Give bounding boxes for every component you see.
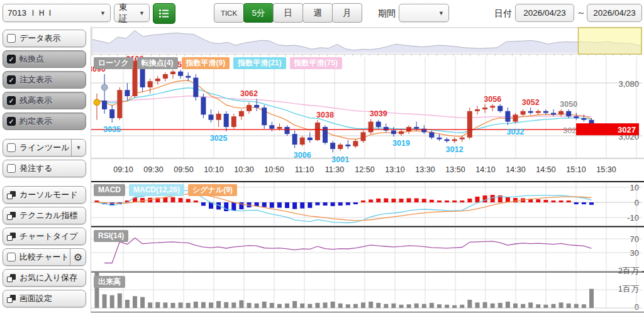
svg-text:70: 70 bbox=[630, 234, 639, 244]
sidebar-item-compare-chart[interactable]: 比較チャート⚙ bbox=[3, 248, 86, 266]
navigator-strip bbox=[92, 28, 641, 57]
svg-text:2百万: 2百万 bbox=[618, 266, 639, 275]
svg-text:3038: 3038 bbox=[316, 111, 334, 119]
sidebar: データ表示✓転換点✓注文表示✓残高表示✓約定表示ラインツール▼発注するカーソルモ… bbox=[0, 26, 89, 307]
svg-text:3062: 3062 bbox=[240, 89, 258, 98]
chart-canvas[interactable]: 3,0803,020309030353108309530253062300630… bbox=[91, 25, 644, 313]
sidebar-item-technical-indicator[interactable]: テクニカル指標 bbox=[3, 207, 86, 224]
sidebar-item-execution-display[interactable]: ✓約定表示 bbox=[3, 113, 86, 130]
sidebar-item-label: 約定表示 bbox=[19, 116, 52, 127]
svg-text:3025: 3025 bbox=[210, 134, 228, 143]
window-popup-icon bbox=[7, 274, 16, 282]
svg-text:14:50: 14:50 bbox=[536, 165, 555, 174]
timeframe-5min[interactable]: 5分 bbox=[243, 3, 274, 23]
sidebar-item-label: データ表示 bbox=[19, 33, 61, 44]
svg-text:0: 0 bbox=[635, 302, 639, 312]
chevron-down-icon: ▼ bbox=[139, 10, 145, 16]
sidebar-item-favorite-save[interactable]: お気に入り保存 bbox=[3, 269, 86, 287]
svg-text:14:10: 14:10 bbox=[475, 165, 495, 174]
unchecked-checkbox-icon[interactable] bbox=[7, 253, 16, 261]
current-price-label: 3027 bbox=[576, 123, 639, 135]
window-popup-icon bbox=[7, 212, 16, 220]
sidebar-item-order-display[interactable]: ✓注文表示 bbox=[3, 71, 86, 89]
sidebar-item-label: 発注する bbox=[19, 163, 53, 174]
sidebar-item-label: 注文表示 bbox=[19, 74, 52, 85]
sidebar-item-data-display[interactable]: データ表示 bbox=[3, 30, 86, 47]
sidebar-item-turning-point[interactable]: ✓転換点 bbox=[3, 50, 86, 68]
svg-text:1百万: 1百万 bbox=[618, 284, 639, 294]
sidebar-item-label: カーソルモード bbox=[19, 189, 78, 200]
checked-checkbox-icon[interactable]: ✓ bbox=[7, 75, 16, 84]
svg-text:10:30: 10:30 bbox=[234, 165, 253, 174]
svg-text:12:50: 12:50 bbox=[355, 165, 374, 174]
svg-text:13:30: 13:30 bbox=[415, 165, 435, 174]
svg-text:3,080: 3,080 bbox=[618, 79, 639, 89]
svg-text:-10: -10 bbox=[627, 213, 639, 222]
exchange-select[interactable]: 東証 ▼ bbox=[114, 4, 150, 22]
svg-text:3027: 3027 bbox=[618, 125, 636, 135]
svg-text:10: 10 bbox=[630, 183, 639, 192]
watchlist-button[interactable] bbox=[153, 3, 175, 24]
sidebar-item-label: チャートタイプ bbox=[19, 231, 78, 242]
svg-text:09:10: 09:10 bbox=[113, 165, 133, 174]
unchecked-checkbox-icon[interactable] bbox=[7, 34, 16, 43]
symbol-select-value: 7013 ＩＨＩ bbox=[8, 8, 54, 19]
list-icon bbox=[158, 9, 170, 18]
timeframe-month[interactable]: 月 bbox=[332, 3, 362, 23]
svg-text:3056: 3056 bbox=[484, 95, 501, 104]
checked-checkbox-icon[interactable]: ✓ bbox=[7, 117, 16, 126]
date-to-input[interactable]: 2026/04/23 bbox=[587, 4, 642, 22]
chevron-down-icon: ▼ bbox=[438, 10, 444, 16]
candlesticks bbox=[94, 58, 594, 153]
unchecked-checkbox-icon[interactable] bbox=[7, 143, 16, 152]
svg-text:14:30: 14:30 bbox=[506, 165, 525, 174]
sidebar-item-place-order[interactable]: 発注する bbox=[3, 160, 86, 177]
timeframe-week[interactable]: 週 bbox=[303, 3, 333, 23]
sidebar-item-cursor-mode[interactable]: カーソルモード bbox=[3, 186, 86, 204]
period-select[interactable]: ▼ bbox=[399, 4, 449, 22]
toolbar: 7013 ＩＨＩ ▼ 東証 ▼ TICK 5分 日 週 月 期間 ▼ 日付 20… bbox=[0, 0, 644, 26]
sidebar-item-label: 転換点 bbox=[19, 53, 44, 65]
sidebar-item-screen-settings[interactable]: 画面設定 bbox=[3, 290, 86, 307]
sidebar-item-chart-type[interactable]: チャートタイプ bbox=[3, 228, 86, 245]
checked-checkbox-icon[interactable]: ✓ bbox=[7, 55, 16, 63]
sidebar-item-label: ラインツール bbox=[19, 142, 70, 153]
svg-text:3035: 3035 bbox=[103, 125, 121, 134]
stock-chart-app: 7013 ＩＨＩ ▼ 東証 ▼ TICK 5分 日 週 月 期間 ▼ 日付 20… bbox=[0, 0, 644, 313]
date-from-input[interactable]: 2026/04/23 bbox=[515, 4, 574, 22]
sidebar-item-balance-display[interactable]: ✓残高表示 bbox=[3, 92, 86, 109]
time-axis: 09:1009:3009:5010:1010:3010:5011:1011:30… bbox=[113, 165, 616, 174]
date-range-tilde: ～ bbox=[577, 8, 586, 19]
window-popup-icon bbox=[7, 295, 16, 303]
unchecked-checkbox-icon[interactable] bbox=[7, 164, 16, 173]
navigator-selection[interactable] bbox=[578, 28, 641, 54]
svg-text:10:10: 10:10 bbox=[204, 165, 223, 174]
chevron-down-icon[interactable]: ▼ bbox=[71, 140, 86, 156]
chevron-down-icon: ▼ bbox=[100, 10, 106, 16]
sidebar-item-line-tool[interactable]: ラインツール▼ bbox=[3, 139, 86, 156]
svg-text:3039: 3039 bbox=[370, 109, 387, 118]
svg-text:09:30: 09:30 bbox=[143, 165, 163, 174]
sidebar-item-label: 残高表示 bbox=[19, 95, 52, 106]
checked-checkbox-icon[interactable]: ✓ bbox=[7, 96, 16, 105]
timeframe-day[interactable]: 日 bbox=[273, 3, 303, 23]
chart-area: 3,0803,020309030353108309530253062300630… bbox=[91, 25, 644, 313]
timeframe-tick[interactable]: TICK bbox=[214, 3, 244, 23]
symbol-select[interactable]: 7013 ＩＨＩ ▼ bbox=[3, 4, 111, 22]
svg-text:11:30: 11:30 bbox=[325, 165, 344, 174]
period-label: 期間 bbox=[378, 8, 396, 19]
sidebar-item-label: テクニカル指標 bbox=[19, 210, 78, 221]
svg-text:3019: 3019 bbox=[392, 139, 410, 148]
svg-text:15:10: 15:10 bbox=[566, 165, 586, 174]
svg-text:0: 0 bbox=[635, 198, 639, 207]
svg-text:30: 30 bbox=[630, 248, 639, 258]
sidebar-item-label: 画面設定 bbox=[19, 293, 52, 304]
sidebar-item-label: 比較チャート bbox=[19, 251, 69, 263]
svg-text:10:50: 10:50 bbox=[264, 165, 284, 174]
svg-text:13:10: 13:10 bbox=[385, 165, 404, 174]
svg-text:3095: 3095 bbox=[164, 60, 182, 69]
gear-icon[interactable]: ⚙ bbox=[70, 249, 86, 265]
macd-panel: 100-10 bbox=[91, 182, 642, 225]
rsi-panel: 7030 bbox=[91, 228, 642, 270]
svg-text:11:10: 11:10 bbox=[295, 165, 314, 174]
